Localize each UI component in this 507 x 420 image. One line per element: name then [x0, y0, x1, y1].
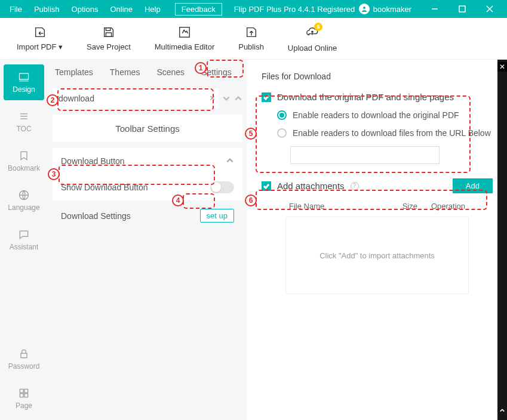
- search-input[interactable]: [53, 88, 219, 109]
- toolbar: Import PDF ▾ Save Project Multimedia Edi…: [0, 18, 507, 60]
- svg-rect-6: [106, 33, 111, 36]
- add-attachments-label: Add attachments: [277, 181, 345, 191]
- close-panel-icon[interactable]: ✕: [497, 62, 507, 72]
- radio-original-pdf-label: Enable readers to download the original …: [293, 110, 459, 120]
- radio-original-pdf[interactable]: [277, 110, 287, 120]
- save-icon: [102, 26, 115, 39]
- download-pdf-checkbox[interactable]: [262, 92, 271, 102]
- dollar-badge: $: [314, 23, 322, 31]
- show-download-toggle[interactable]: [210, 181, 234, 193]
- menu-publish[interactable]: Publish: [28, 5, 66, 14]
- svg-rect-5: [106, 28, 110, 31]
- svg-rect-18: [24, 394, 28, 397]
- upload-online-button[interactable]: $ Upload Online: [288, 25, 337, 52]
- lock-icon: [18, 348, 30, 360]
- show-download-row: Show Download Button: [53, 174, 242, 200]
- menu-online[interactable]: Online: [104, 5, 139, 14]
- edit-icon: [178, 26, 191, 39]
- svg-point-0: [363, 7, 365, 9]
- settings-panel: Templates Themes Scenes Settings × Toolb…: [48, 60, 247, 420]
- user-name[interactable]: bookmaker: [373, 5, 411, 14]
- window-maximize[interactable]: [448, 0, 476, 18]
- svg-rect-8: [20, 73, 29, 79]
- tab-scenes[interactable]: Scenes: [156, 67, 185, 77]
- attachments-table-header: File Name Size Operation: [262, 193, 493, 217]
- multimedia-editor-button[interactable]: Multimedia Editor: [155, 26, 214, 51]
- clear-search-icon[interactable]: ×: [210, 93, 215, 104]
- overlay-backdrop: [497, 60, 507, 420]
- sidebar-design[interactable]: Design: [4, 64, 44, 100]
- user-avatar-icon[interactable]: [359, 4, 370, 14]
- sidebar-page[interactable]: Page: [0, 381, 48, 416]
- svg-rect-15: [20, 389, 23, 393]
- grid-icon: [18, 387, 30, 399]
- bookmark-icon: [18, 150, 30, 162]
- list-icon: [18, 110, 30, 122]
- files-for-download-panel: ✕ Files for Download Download the origin…: [247, 60, 507, 420]
- sidebar-bookmark[interactable]: Bookmark: [0, 143, 48, 179]
- add-attachment-button[interactable]: Add: [453, 178, 493, 193]
- chat-icon: [18, 228, 30, 240]
- setup-button[interactable]: set up: [200, 209, 234, 223]
- download-button-row[interactable]: Download Button: [53, 148, 242, 174]
- menu-options[interactable]: Options: [66, 5, 105, 14]
- download-url-input[interactable]: [290, 146, 440, 164]
- import-icon: [33, 26, 47, 39]
- sidebar-toc[interactable]: TOC: [0, 104, 48, 140]
- svg-rect-2: [459, 6, 465, 12]
- svg-rect-14: [21, 353, 27, 358]
- menu-file[interactable]: File: [4, 5, 28, 14]
- left-sidebar: Design TOC Bookmark Language Assistant P…: [0, 60, 48, 420]
- globe-icon: [18, 189, 30, 201]
- svg-rect-16: [24, 389, 28, 393]
- sidebar-language[interactable]: Language: [0, 183, 48, 218]
- help-icon[interactable]: ?: [351, 182, 359, 190]
- radio-url-label: Enable readers to download files from th…: [293, 128, 491, 138]
- window-close[interactable]: [476, 0, 503, 18]
- search-prev[interactable]: [222, 94, 231, 103]
- tab-themes[interactable]: Themes: [110, 67, 140, 77]
- sidebar-assistant[interactable]: Assistant: [0, 222, 48, 258]
- radio-url[interactable]: [277, 128, 287, 138]
- chevron-up-icon: [497, 406, 507, 415]
- add-attachments-checkbox[interactable]: [262, 181, 271, 191]
- chevron-up-icon: [226, 156, 234, 166]
- panel-title: Files for Download: [262, 72, 493, 81]
- search-next[interactable]: [234, 94, 242, 103]
- import-pdf-button[interactable]: Import PDF ▾: [17, 26, 63, 51]
- sidebar-password[interactable]: Password: [0, 341, 48, 377]
- upload-icon: [245, 26, 258, 39]
- titlebar: File Publish Options Online Help Feedbac…: [0, 0, 507, 18]
- save-project-button[interactable]: Save Project: [87, 26, 131, 51]
- attachments-empty: Click "Add" to import attachments: [285, 217, 469, 294]
- toolbar-settings-header: Toolbar Settings: [53, 115, 242, 142]
- app-title: Flip PDF Plus Pro 4.4.1 Registered: [234, 5, 355, 14]
- download-settings-label: Download Settings: [61, 211, 131, 221]
- tab-templates[interactable]: Templates: [55, 67, 93, 77]
- svg-rect-7: [180, 27, 190, 38]
- monitor-icon: [18, 71, 30, 83]
- window-minimize[interactable]: [421, 0, 448, 18]
- svg-rect-17: [20, 394, 23, 397]
- download-pdf-label: Download the original PDF and single pag…: [277, 92, 454, 102]
- publish-button[interactable]: Publish: [238, 26, 264, 51]
- menu-help[interactable]: Help: [139, 5, 167, 14]
- feedback-button[interactable]: Feedback: [175, 3, 222, 16]
